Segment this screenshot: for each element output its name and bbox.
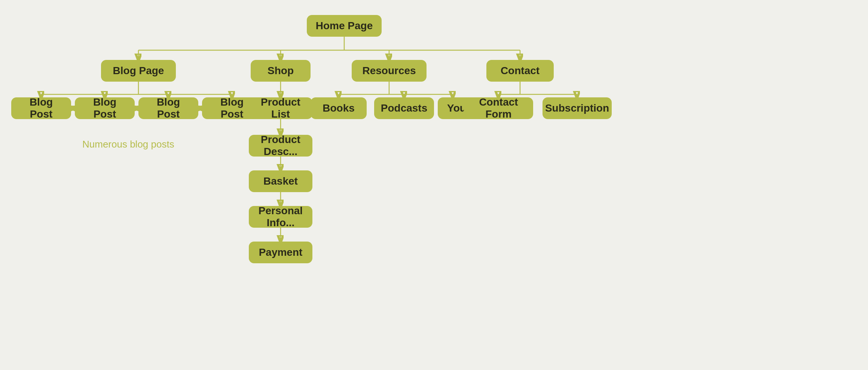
sitemap-diagram: Home Page Blog Page Shop Resources Conta… xyxy=(0,0,868,370)
node-blog2[interactable]: Blog Post xyxy=(75,97,135,119)
node-contact[interactable]: Contact xyxy=(486,60,554,82)
node-productlist[interactable]: Product List xyxy=(249,97,312,119)
node-productdesc[interactable]: Product Desc... xyxy=(249,135,312,157)
node-home[interactable]: Home Page xyxy=(307,15,382,37)
node-resources[interactable]: Resources xyxy=(352,60,427,82)
node-subscription[interactable]: Subscription xyxy=(542,97,612,119)
connector-lines xyxy=(0,0,868,370)
numerous-blog-posts-note: Numerous blog posts xyxy=(82,139,174,150)
node-shop[interactable]: Shop xyxy=(251,60,311,82)
node-personalinfo[interactable]: Personal Info... xyxy=(249,206,312,228)
node-basket[interactable]: Basket xyxy=(249,170,312,192)
node-contactform[interactable]: Contact Form xyxy=(464,97,533,119)
node-books[interactable]: Books xyxy=(311,97,367,119)
node-podcasts[interactable]: Podcasts xyxy=(374,97,434,119)
node-blog[interactable]: Blog Page xyxy=(101,60,176,82)
node-blog1[interactable]: Blog Post xyxy=(11,97,71,119)
node-payment[interactable]: Payment xyxy=(249,242,312,263)
node-blog3[interactable]: Blog Post xyxy=(138,97,198,119)
